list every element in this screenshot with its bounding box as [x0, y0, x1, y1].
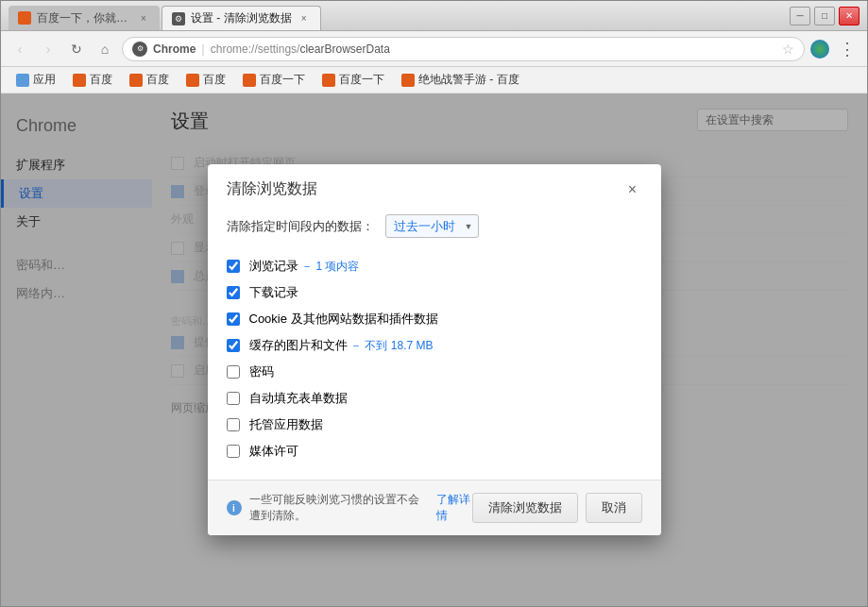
menu-button[interactable]: ⋮	[835, 39, 859, 59]
dialog-body: 清除指定时间段内的数据： 过去一小时 过去一天 过去一周 过去四周 所有时间	[208, 207, 661, 480]
bookmarks-bar: 应用 百度 百度 百度 百度一下 百度一下 绝地战警手游 - 百度	[1, 67, 867, 93]
bookmark-1-icon	[129, 74, 143, 87]
bookmark-apps[interactable]: 应用	[9, 70, 63, 90]
checkbox-row-8: 媒体许可	[227, 438, 642, 464]
bookmark-0[interactable]: 百度	[65, 70, 120, 90]
dialog-footer: i 一些可能反映浏览习惯的设置不会遭到清除。 了解详情 清除浏览数据 取消	[208, 480, 661, 535]
modal-overlay: 清除浏览数据 × 清除指定时间段内的数据： 过去一小时 过去一天 过去一周	[1, 93, 867, 606]
checkbox-label-hosted-apps[interactable]: 托管应用数据	[249, 416, 323, 433]
browser-window: 百度一下，你就知道 × ⚙ 设置 - 清除浏览数据 × ─ □ ✕ ‹ › ↻ …	[0, 0, 868, 607]
back-button[interactable]: ‹	[9, 38, 31, 60]
bookmark-star[interactable]: ☆	[782, 42, 794, 57]
dialog-close-button[interactable]: ×	[623, 180, 642, 199]
tab-baidu[interactable]: 百度一下，你就知道 ×	[9, 6, 160, 30]
checkbox-cache[interactable]	[227, 339, 240, 352]
bookmark-4-label: 百度一下	[339, 72, 384, 88]
checkbox-row-5: 密码	[227, 359, 642, 385]
bookmark-1-label: 百度	[146, 72, 169, 88]
home-button[interactable]: ⌂	[94, 38, 116, 60]
tab-label-settings: 设置 - 清除浏览数据	[191, 10, 292, 26]
bookmark-2-icon	[186, 74, 199, 87]
tab-settings[interactable]: ⚙ 设置 - 清除浏览数据 ×	[162, 6, 321, 30]
checkbox-label-download-history[interactable]: 下载记录	[249, 284, 298, 301]
checkbox-hosted-apps[interactable]	[227, 418, 240, 431]
time-range-select-wrapper: 过去一小时 过去一天 过去一周 过去四周 所有时间	[385, 214, 479, 238]
clear-browser-data-dialog: 清除浏览数据 × 清除指定时间段内的数据： 过去一小时 过去一天 过去一周	[208, 164, 661, 535]
bookmark-1[interactable]: 百度	[122, 70, 177, 90]
tab-favicon-settings: ⚙	[172, 12, 185, 25]
footer-info-text: 一些可能反映浏览习惯的设置不会遭到清除。	[249, 492, 429, 524]
checkbox-download-history[interactable]	[227, 286, 240, 299]
clear-browser-data-button[interactable]: 清除浏览数据	[472, 493, 578, 523]
main-area: Chrome 扩展程序 设置 关于 密码和… 网络内… 设置	[1, 93, 867, 606]
minimize-button[interactable]: ─	[790, 7, 810, 25]
time-range-select[interactable]: 过去一小时 过去一天 过去一周 过去四周 所有时间	[385, 214, 479, 238]
close-button[interactable]: ✕	[839, 7, 859, 25]
footer-learn-more-link[interactable]: 了解详情	[436, 492, 472, 524]
maximize-button[interactable]: □	[814, 7, 835, 25]
bookmark-4-icon	[322, 74, 335, 87]
dialog-title: 清除浏览数据	[227, 179, 317, 199]
checkbox-label-cookies[interactable]: Cookie 及其他网站数据和插件数据	[249, 311, 438, 328]
chrome-icon	[810, 40, 829, 59]
bookmark-5-icon	[401, 74, 415, 87]
tab-bar: 百度一下，你就知道 × ⚙ 设置 - 清除浏览数据 ×	[9, 1, 782, 30]
cancel-button[interactable]: 取消	[586, 493, 642, 523]
dialog-header: 清除浏览数据 ×	[208, 164, 661, 207]
checkbox-row-3: Cookie 及其他网站数据和插件数据	[227, 306, 642, 332]
info-icon: i	[227, 500, 242, 515]
checkbox-row-6: 自动填充表单数据	[227, 385, 642, 412]
checkbox-row-1: 浏览记录 － 1 项内容	[227, 253, 642, 279]
navbar: ‹ › ↻ ⌂ ⚙ Chrome | chrome://settings/cle…	[1, 31, 867, 67]
bookmark-apps-label: 应用	[33, 72, 56, 88]
apps-icon	[16, 74, 29, 87]
address-favicon: ⚙	[132, 42, 147, 57]
bookmark-5[interactable]: 绝地战警手游 - 百度	[394, 70, 527, 90]
chrome-brand-label: Chrome	[153, 42, 196, 56]
bookmark-3-icon	[243, 74, 256, 87]
forward-button[interactable]: ›	[37, 38, 60, 60]
checkbox-passwords[interactable]	[227, 365, 240, 379]
checkbox-label-browsing-history[interactable]: 浏览记录 － 1 项内容	[249, 258, 360, 275]
bookmark-4[interactable]: 百度一下	[315, 70, 392, 90]
checkbox-label-passwords[interactable]: 密码	[249, 363, 274, 380]
checkbox-row-4: 缓存的图片和文件 － 不到 18.7 MB	[227, 332, 642, 359]
checkbox-autofill[interactable]	[227, 392, 240, 405]
tab-label-baidu: 百度一下，你就知道	[37, 10, 131, 26]
checkbox-label-autofill[interactable]: 自动填充表单数据	[249, 390, 348, 407]
checkbox-cookies[interactable]	[227, 312, 240, 326]
bookmark-2-label: 百度	[203, 72, 226, 88]
address-separator: |	[201, 42, 204, 56]
tab-close-baidu[interactable]: ×	[137, 11, 150, 25]
reload-button[interactable]: ↻	[65, 38, 88, 60]
time-range-label: 清除指定时间段内的数据：	[227, 218, 374, 235]
titlebar: 百度一下，你就知道 × ⚙ 设置 - 清除浏览数据 × ─ □ ✕	[1, 1, 867, 31]
window-controls: ─ □ ✕	[790, 7, 859, 25]
bookmark-0-label: 百度	[90, 72, 112, 88]
footer-info: i 一些可能反映浏览习惯的设置不会遭到清除。 了解详情	[227, 492, 472, 524]
checkbox-row-2: 下载记录	[227, 279, 642, 306]
footer-buttons: 清除浏览数据 取消	[472, 493, 642, 523]
checkbox-label-media-licenses[interactable]: 媒体许可	[249, 443, 298, 460]
tab-favicon-baidu	[18, 11, 31, 25]
address-url: chrome://settings/clearBrowserData	[211, 42, 390, 56]
time-range-row: 清除指定时间段内的数据： 过去一小时 过去一天 过去一周 过去四周 所有时间	[227, 214, 642, 238]
checkbox-label-cache[interactable]: 缓存的图片和文件 － 不到 18.7 MB	[249, 337, 434, 354]
checkbox-media-licenses[interactable]	[227, 445, 240, 458]
bookmark-3-label: 百度一下	[260, 72, 305, 88]
checkbox-row-7: 托管应用数据	[227, 412, 642, 438]
tab-close-settings[interactable]: ×	[298, 12, 311, 25]
bookmark-3[interactable]: 百度一下	[235, 70, 313, 90]
bookmark-5-label: 绝地战警手游 - 百度	[418, 72, 519, 88]
address-bar[interactable]: ⚙ Chrome | chrome://settings/clearBrowse…	[122, 37, 805, 61]
bookmark-0-icon	[73, 74, 86, 87]
checkbox-browsing-history[interactable]	[227, 260, 240, 273]
bookmark-2[interactable]: 百度	[179, 70, 233, 90]
